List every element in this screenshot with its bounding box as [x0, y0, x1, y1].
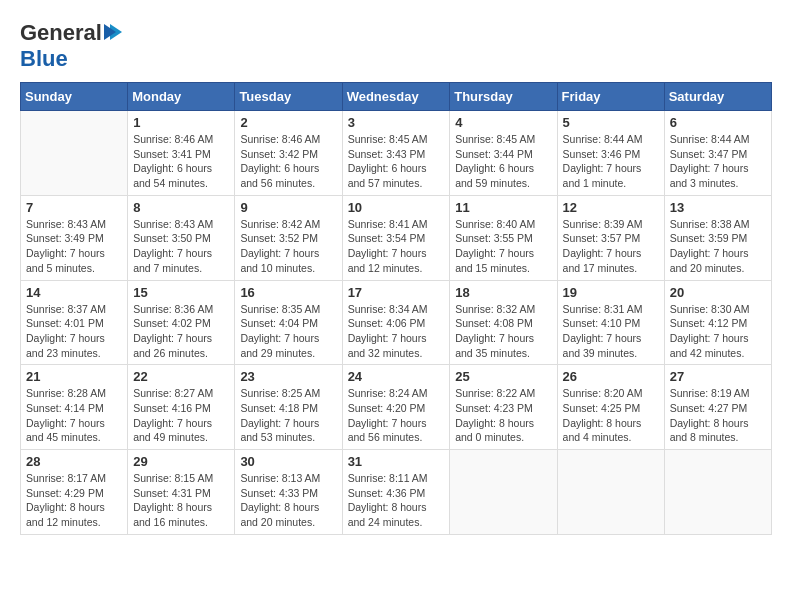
weekday-header: Wednesday: [342, 83, 450, 111]
day-info: Sunrise: 8:32 AM Sunset: 4:08 PM Dayligh…: [455, 302, 551, 361]
day-number: 8: [133, 200, 229, 215]
calendar-cell: 15Sunrise: 8:36 AM Sunset: 4:02 PM Dayli…: [128, 280, 235, 365]
calendar-cell: 23Sunrise: 8:25 AM Sunset: 4:18 PM Dayli…: [235, 365, 342, 450]
day-info: Sunrise: 8:28 AM Sunset: 4:14 PM Dayligh…: [26, 386, 122, 445]
day-info: Sunrise: 8:15 AM Sunset: 4:31 PM Dayligh…: [133, 471, 229, 530]
calendar-cell: 16Sunrise: 8:35 AM Sunset: 4:04 PM Dayli…: [235, 280, 342, 365]
calendar-cell: 14Sunrise: 8:37 AM Sunset: 4:01 PM Dayli…: [21, 280, 128, 365]
calendar-cell: 13Sunrise: 8:38 AM Sunset: 3:59 PM Dayli…: [664, 195, 771, 280]
logo-arrow-icon: [102, 22, 124, 44]
calendar-cell: 20Sunrise: 8:30 AM Sunset: 4:12 PM Dayli…: [664, 280, 771, 365]
day-number: 17: [348, 285, 445, 300]
day-info: Sunrise: 8:11 AM Sunset: 4:36 PM Dayligh…: [348, 471, 445, 530]
calendar-week-row: 14Sunrise: 8:37 AM Sunset: 4:01 PM Dayli…: [21, 280, 772, 365]
day-info: Sunrise: 8:30 AM Sunset: 4:12 PM Dayligh…: [670, 302, 766, 361]
day-info: Sunrise: 8:41 AM Sunset: 3:54 PM Dayligh…: [348, 217, 445, 276]
calendar-cell: 31Sunrise: 8:11 AM Sunset: 4:36 PM Dayli…: [342, 450, 450, 535]
day-number: 2: [240, 115, 336, 130]
day-number: 18: [455, 285, 551, 300]
day-number: 27: [670, 369, 766, 384]
calendar-cell: 26Sunrise: 8:20 AM Sunset: 4:25 PM Dayli…: [557, 365, 664, 450]
calendar-cell: 30Sunrise: 8:13 AM Sunset: 4:33 PM Dayli…: [235, 450, 342, 535]
calendar-cell: 27Sunrise: 8:19 AM Sunset: 4:27 PM Dayli…: [664, 365, 771, 450]
calendar-cell: 24Sunrise: 8:24 AM Sunset: 4:20 PM Dayli…: [342, 365, 450, 450]
calendar-cell: 2Sunrise: 8:46 AM Sunset: 3:42 PM Daylig…: [235, 111, 342, 196]
day-number: 28: [26, 454, 122, 469]
day-number: 11: [455, 200, 551, 215]
day-number: 20: [670, 285, 766, 300]
calendar-cell: 4Sunrise: 8:45 AM Sunset: 3:44 PM Daylig…: [450, 111, 557, 196]
day-info: Sunrise: 8:19 AM Sunset: 4:27 PM Dayligh…: [670, 386, 766, 445]
calendar-cell: 29Sunrise: 8:15 AM Sunset: 4:31 PM Dayli…: [128, 450, 235, 535]
calendar-cell: 6Sunrise: 8:44 AM Sunset: 3:47 PM Daylig…: [664, 111, 771, 196]
day-info: Sunrise: 8:44 AM Sunset: 3:46 PM Dayligh…: [563, 132, 659, 191]
calendar-cell: 25Sunrise: 8:22 AM Sunset: 4:23 PM Dayli…: [450, 365, 557, 450]
day-info: Sunrise: 8:27 AM Sunset: 4:16 PM Dayligh…: [133, 386, 229, 445]
day-info: Sunrise: 8:45 AM Sunset: 3:44 PM Dayligh…: [455, 132, 551, 191]
day-info: Sunrise: 8:34 AM Sunset: 4:06 PM Dayligh…: [348, 302, 445, 361]
calendar-week-row: 1Sunrise: 8:46 AM Sunset: 3:41 PM Daylig…: [21, 111, 772, 196]
day-number: 31: [348, 454, 445, 469]
day-number: 6: [670, 115, 766, 130]
day-number: 14: [26, 285, 122, 300]
day-number: 30: [240, 454, 336, 469]
day-info: Sunrise: 8:37 AM Sunset: 4:01 PM Dayligh…: [26, 302, 122, 361]
weekday-header: Thursday: [450, 83, 557, 111]
calendar-cell: 8Sunrise: 8:43 AM Sunset: 3:50 PM Daylig…: [128, 195, 235, 280]
page-header: General Blue: [20, 20, 772, 72]
day-info: Sunrise: 8:43 AM Sunset: 3:49 PM Dayligh…: [26, 217, 122, 276]
calendar-table: SundayMondayTuesdayWednesdayThursdayFrid…: [20, 82, 772, 535]
day-info: Sunrise: 8:25 AM Sunset: 4:18 PM Dayligh…: [240, 386, 336, 445]
weekday-header: Saturday: [664, 83, 771, 111]
day-info: Sunrise: 8:24 AM Sunset: 4:20 PM Dayligh…: [348, 386, 445, 445]
day-info: Sunrise: 8:43 AM Sunset: 3:50 PM Dayligh…: [133, 217, 229, 276]
day-info: Sunrise: 8:45 AM Sunset: 3:43 PM Dayligh…: [348, 132, 445, 191]
day-number: 4: [455, 115, 551, 130]
calendar-cell: 22Sunrise: 8:27 AM Sunset: 4:16 PM Dayli…: [128, 365, 235, 450]
calendar-header-row: SundayMondayTuesdayWednesdayThursdayFrid…: [21, 83, 772, 111]
day-info: Sunrise: 8:35 AM Sunset: 4:04 PM Dayligh…: [240, 302, 336, 361]
calendar-cell: [21, 111, 128, 196]
day-info: Sunrise: 8:40 AM Sunset: 3:55 PM Dayligh…: [455, 217, 551, 276]
weekday-header: Monday: [128, 83, 235, 111]
day-number: 9: [240, 200, 336, 215]
day-info: Sunrise: 8:42 AM Sunset: 3:52 PM Dayligh…: [240, 217, 336, 276]
day-info: Sunrise: 8:36 AM Sunset: 4:02 PM Dayligh…: [133, 302, 229, 361]
calendar-week-row: 7Sunrise: 8:43 AM Sunset: 3:49 PM Daylig…: [21, 195, 772, 280]
day-number: 13: [670, 200, 766, 215]
calendar-cell: 3Sunrise: 8:45 AM Sunset: 3:43 PM Daylig…: [342, 111, 450, 196]
day-number: 3: [348, 115, 445, 130]
calendar-cell: [450, 450, 557, 535]
weekday-header: Sunday: [21, 83, 128, 111]
calendar-cell: 28Sunrise: 8:17 AM Sunset: 4:29 PM Dayli…: [21, 450, 128, 535]
calendar-cell: [557, 450, 664, 535]
day-number: 12: [563, 200, 659, 215]
day-number: 1: [133, 115, 229, 130]
day-number: 10: [348, 200, 445, 215]
calendar-week-row: 28Sunrise: 8:17 AM Sunset: 4:29 PM Dayli…: [21, 450, 772, 535]
calendar-cell: 21Sunrise: 8:28 AM Sunset: 4:14 PM Dayli…: [21, 365, 128, 450]
day-info: Sunrise: 8:46 AM Sunset: 3:42 PM Dayligh…: [240, 132, 336, 191]
day-number: 25: [455, 369, 551, 384]
day-info: Sunrise: 8:20 AM Sunset: 4:25 PM Dayligh…: [563, 386, 659, 445]
day-number: 16: [240, 285, 336, 300]
weekday-header: Friday: [557, 83, 664, 111]
day-number: 24: [348, 369, 445, 384]
day-number: 19: [563, 285, 659, 300]
day-info: Sunrise: 8:22 AM Sunset: 4:23 PM Dayligh…: [455, 386, 551, 445]
weekday-header: Tuesday: [235, 83, 342, 111]
calendar-cell: 10Sunrise: 8:41 AM Sunset: 3:54 PM Dayli…: [342, 195, 450, 280]
logo-blue: Blue: [20, 46, 68, 71]
calendar-cell: 12Sunrise: 8:39 AM Sunset: 3:57 PM Dayli…: [557, 195, 664, 280]
calendar-cell: 17Sunrise: 8:34 AM Sunset: 4:06 PM Dayli…: [342, 280, 450, 365]
logo: General Blue: [20, 20, 124, 72]
day-info: Sunrise: 8:46 AM Sunset: 3:41 PM Dayligh…: [133, 132, 229, 191]
day-info: Sunrise: 8:39 AM Sunset: 3:57 PM Dayligh…: [563, 217, 659, 276]
calendar-cell: 7Sunrise: 8:43 AM Sunset: 3:49 PM Daylig…: [21, 195, 128, 280]
calendar-cell: 5Sunrise: 8:44 AM Sunset: 3:46 PM Daylig…: [557, 111, 664, 196]
day-info: Sunrise: 8:13 AM Sunset: 4:33 PM Dayligh…: [240, 471, 336, 530]
calendar-cell: 9Sunrise: 8:42 AM Sunset: 3:52 PM Daylig…: [235, 195, 342, 280]
calendar-cell: 1Sunrise: 8:46 AM Sunset: 3:41 PM Daylig…: [128, 111, 235, 196]
calendar-cell: 19Sunrise: 8:31 AM Sunset: 4:10 PM Dayli…: [557, 280, 664, 365]
logo-general: General: [20, 20, 102, 46]
